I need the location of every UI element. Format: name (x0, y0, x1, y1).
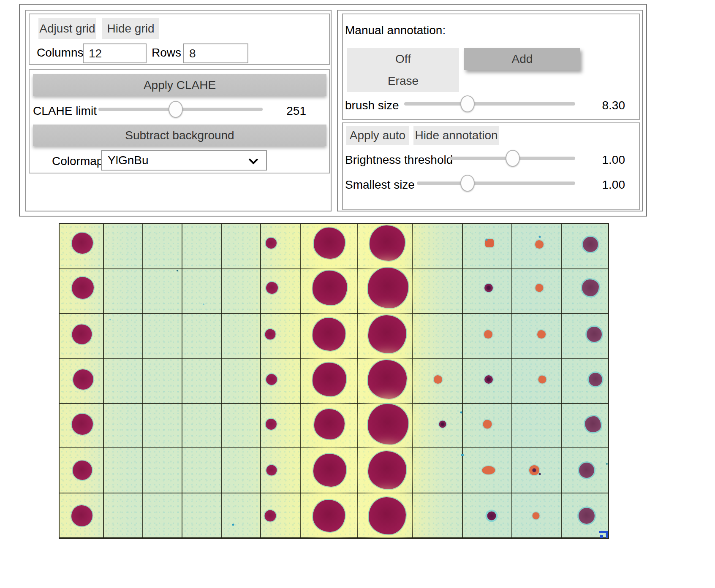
hide-grid-button[interactable]: Hide grid (102, 18, 159, 39)
clahe-limit-value: 251 (272, 104, 306, 118)
blot-dot-maroon (73, 461, 92, 480)
blot-dot-xl (313, 271, 347, 305)
grid-line-horizontal (60, 313, 608, 314)
annotation-mode-off-button[interactable]: Off (347, 48, 459, 70)
noise-speck (606, 463, 608, 465)
rows-input[interactable] (183, 43, 248, 63)
blot-dot-xl (313, 363, 346, 396)
blot-dot-xl (368, 315, 406, 353)
blue-pen-corner-mark (599, 531, 608, 539)
blot-dot-maroon (265, 510, 276, 522)
grid-line-vertical (561, 224, 562, 538)
rows-label: Rows (152, 46, 181, 60)
blot-dot-maroon (266, 282, 278, 294)
blot-dot-xl (368, 360, 407, 399)
blot-dot-muted (589, 373, 602, 386)
brightness-threshold-label: Brightness threshold (345, 153, 453, 167)
blot-dot-maroon (72, 277, 94, 299)
grid-line-horizontal (60, 268, 608, 269)
noise-speck (203, 303, 204, 305)
blot-dot-xl (368, 404, 408, 444)
noise-speck (539, 236, 541, 238)
columns-input[interactable] (83, 43, 147, 63)
blot-dot-muted (579, 508, 595, 524)
chevron-down-icon (249, 155, 258, 165)
columns-label: Columns (37, 46, 83, 60)
blot-dot-muted (583, 237, 598, 252)
blot-dot-xl (314, 228, 345, 259)
apply-clahe-button[interactable]: Apply CLAHE (33, 74, 326, 96)
clahe-slider-handle[interactable] (169, 101, 183, 118)
blot-dot-xl (313, 454, 346, 487)
smallest-slider-handle[interactable] (460, 175, 475, 192)
noise-speck (461, 454, 464, 456)
grid-line-vertical (511, 224, 512, 538)
brightness-slider-handle[interactable] (506, 150, 520, 167)
grid-line-vertical (412, 224, 413, 538)
manual-annotation-box: Manual annotation: Off Erase Add brush s… (342, 14, 640, 120)
auto-annotation-box: Apply auto Hide annotation Brightness th… (342, 122, 640, 210)
annotation-mode-erase-button[interactable]: Erase (347, 70, 459, 92)
blot-dot-xl (368, 268, 408, 308)
blot-dot-maroon (266, 374, 277, 385)
blot-dot-maroon (265, 329, 276, 340)
grid-line-vertical (142, 224, 143, 538)
grid-line-horizontal (60, 447, 608, 448)
brush-slider-track[interactable] (404, 102, 575, 106)
grid-line-horizontal (60, 358, 608, 359)
right-panel: Manual annotation: Off Erase Add brush s… (337, 10, 643, 211)
blot-dot-orange (434, 375, 442, 384)
grid-line-vertical (103, 224, 104, 538)
smallest-size-label: Smallest size (345, 178, 415, 192)
blot-dot-xl (313, 500, 345, 532)
colormap-select[interactable]: YlGnBu (101, 150, 267, 171)
grid-line-vertical (221, 224, 222, 538)
blot-dot-maroon (72, 325, 92, 344)
blot-dot-orange (537, 330, 546, 339)
grid-settings-box: Adjust grid Hide grid Columns Rows (29, 14, 330, 65)
blot-dot-orange (538, 376, 546, 384)
blot-dot-maroon (72, 414, 93, 435)
apply-auto-button[interactable]: Apply auto (346, 126, 409, 145)
blot-dot-xl (368, 451, 406, 489)
brightness-threshold-slider[interactable] (450, 150, 575, 167)
blot-dot-maroon (73, 369, 93, 390)
subtract-background-button[interactable]: Subtract background (33, 125, 326, 146)
blot-dot-orange (535, 240, 544, 249)
blot-dot-maroon (266, 419, 277, 430)
blot-dot-maroon (266, 465, 277, 476)
clahe-limit-slider[interactable] (98, 101, 263, 118)
smallest-size-value: 1.00 (591, 178, 625, 192)
blot-dot-xl (313, 318, 345, 351)
grid-line-vertical (462, 224, 463, 538)
blot-image[interactable] (59, 223, 609, 539)
blot-dot-muted (579, 463, 594, 478)
blot-dot-dark-halo (487, 512, 496, 520)
smallest-slider-track[interactable] (417, 182, 575, 185)
clahe-limit-label: CLAHE limit (33, 104, 97, 118)
annotation-mode-add-button[interactable]: Add (464, 48, 580, 70)
brush-size-slider[interactable] (404, 95, 575, 112)
brightness-threshold-value: 1.00 (591, 153, 625, 167)
smallest-size-slider[interactable] (417, 175, 575, 192)
blot-dot-xl (369, 497, 406, 534)
blot-dot-orange (484, 330, 492, 339)
control-panel-wrapper: Adjust grid Hide grid Columns Rows Apply… (19, 4, 647, 217)
grid-line-horizontal (60, 493, 608, 493)
grid-line-horizontal (60, 537, 608, 538)
blot-dot-muted-star (582, 279, 599, 296)
blot-dot-orange (483, 420, 492, 429)
blot-dot-dark (484, 284, 493, 292)
hide-annotation-button[interactable]: Hide annotation (413, 126, 499, 145)
manual-annotation-label: Manual annotation: (345, 24, 446, 37)
grid-line-vertical (357, 224, 358, 538)
processing-box: Apply CLAHE CLAHE limit 251 Subtract bac… (29, 69, 330, 173)
adjust-grid-button[interactable]: Adjust grid (38, 18, 96, 39)
blot-dot-orange (536, 284, 544, 292)
blot-dot-dark (439, 421, 446, 428)
noise-speck (232, 524, 234, 526)
noise-speck (177, 270, 178, 271)
blot-dot-muted-irr (585, 416, 601, 432)
blot-dot-orange (533, 512, 540, 520)
brush-slider-handle[interactable] (460, 95, 475, 112)
